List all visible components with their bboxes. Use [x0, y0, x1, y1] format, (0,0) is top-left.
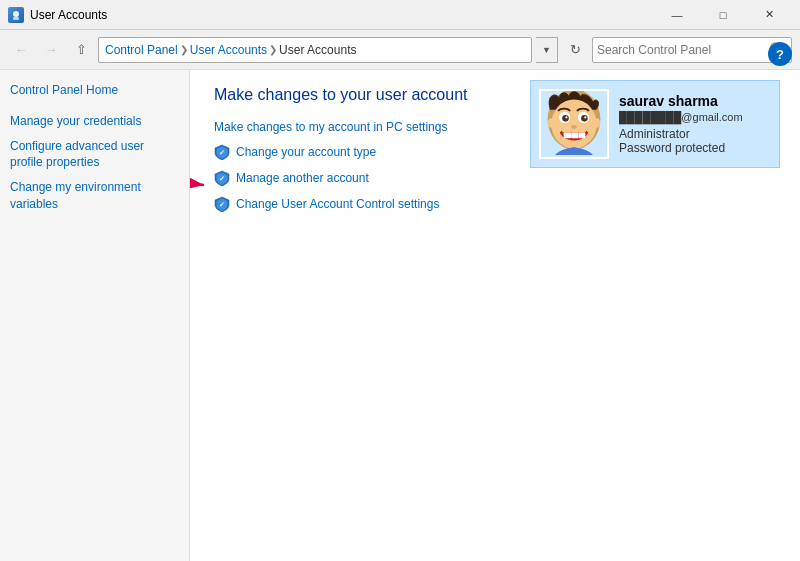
svg-rect-16: [579, 132, 586, 138]
user-role: Administrator: [619, 127, 771, 141]
change-environment-link[interactable]: Change my environment variables: [10, 179, 179, 213]
search-input[interactable]: [597, 43, 767, 57]
manage-another-account-link[interactable]: ✓ Manage another account: [214, 170, 369, 186]
user-avatar: [539, 89, 609, 159]
titlebar-title: User Accounts: [30, 8, 654, 22]
svg-point-10: [562, 115, 569, 122]
avatar-image: [541, 89, 607, 159]
manage-credentials-label: Manage your credentials: [10, 113, 141, 130]
sidebar: Control Panel Home Manage your credentia…: [0, 70, 190, 561]
svg-point-19: [593, 118, 601, 127]
breadcrumb-sep-2: ❯: [269, 44, 277, 55]
breadcrumb-user-accounts-1[interactable]: User Accounts: [190, 43, 267, 57]
refresh-button[interactable]: ↻: [562, 37, 588, 63]
uac-settings-label: Change User Account Control settings: [236, 197, 439, 211]
addressbar: ← → ⇧ Control Panel ❯ User Accounts ❯ Us…: [0, 30, 800, 70]
svg-rect-14: [564, 132, 572, 138]
user-status: Password protected: [619, 141, 771, 155]
breadcrumb-sep-1: ❯: [180, 44, 188, 55]
change-environment-label: Change my environment variables: [10, 179, 179, 213]
svg-point-13: [584, 116, 586, 118]
app-icon: [8, 7, 24, 23]
back-button[interactable]: ←: [8, 37, 34, 63]
change-account-type-label: Change your account type: [236, 145, 376, 159]
breadcrumb-control-panel[interactable]: Control Panel: [105, 43, 178, 57]
user-info: saurav sharma ████████@gmail.com Adminis…: [619, 93, 771, 155]
maximize-button[interactable]: □: [700, 0, 746, 30]
titlebar-controls: — □ ✕: [654, 0, 792, 30]
shield-icon-1: ✓: [214, 144, 230, 160]
svg-rect-15: [571, 132, 579, 138]
configure-profile-label: Configure advanced user profile properti…: [10, 138, 179, 172]
svg-point-12: [565, 116, 567, 118]
user-email: ████████@gmail.com: [619, 111, 771, 123]
main-layout: Control Panel Home Manage your credentia…: [0, 70, 800, 561]
breadcrumb-user-accounts-2: User Accounts: [279, 43, 356, 57]
svg-point-0: [13, 11, 19, 17]
pc-settings-label: Make changes to my account in PC setting…: [214, 120, 447, 134]
svg-point-17: [571, 125, 577, 129]
titlebar: User Accounts — □ ✕: [0, 0, 800, 30]
breadcrumb: Control Panel ❯ User Accounts ❯ User Acc…: [98, 37, 532, 63]
svg-point-7: [551, 99, 596, 148]
manage-another-account-label: Manage another account: [236, 171, 369, 185]
breadcrumb-dropdown[interactable]: ▼: [536, 37, 558, 63]
arrow-annotation: [190, 160, 234, 210]
user-card: saurav sharma ████████@gmail.com Adminis…: [530, 80, 780, 168]
svg-rect-1: [13, 17, 19, 20]
uac-settings-link[interactable]: ✓ Change User Account Control settings: [214, 196, 776, 212]
svg-text:✓: ✓: [219, 149, 225, 156]
search-box: 🔍: [592, 37, 792, 63]
help-button[interactable]: ?: [768, 42, 792, 66]
manage-credentials-link[interactable]: Manage your credentials: [10, 113, 179, 130]
up-button[interactable]: ⇧: [68, 37, 94, 63]
user-name: saurav sharma: [619, 93, 771, 109]
close-button[interactable]: ✕: [746, 0, 792, 30]
svg-point-18: [548, 118, 556, 127]
svg-point-11: [581, 115, 588, 122]
configure-profile-link[interactable]: Configure advanced user profile properti…: [10, 138, 179, 172]
content-area: Make changes to your user account Make c…: [190, 70, 800, 561]
control-panel-home-link[interactable]: Control Panel Home: [10, 82, 179, 99]
minimize-button[interactable]: —: [654, 0, 700, 30]
forward-button[interactable]: →: [38, 37, 64, 63]
